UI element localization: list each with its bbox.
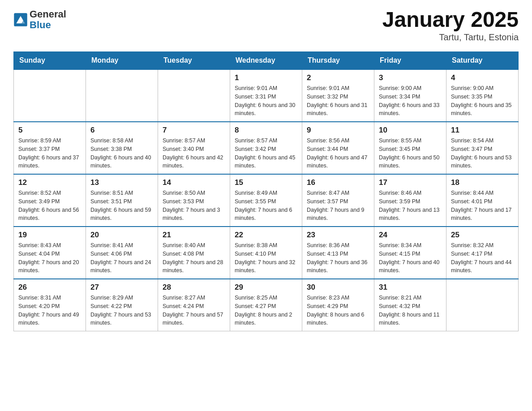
day-info: Sunrise: 8:34 AM Sunset: 4:15 PM Dayligh… xyxy=(379,241,442,275)
day-info: Sunrise: 8:27 AM Sunset: 4:24 PM Dayligh… xyxy=(163,294,225,327)
day-info: Sunrise: 8:51 AM Sunset: 3:51 PM Dayligh… xyxy=(90,189,153,223)
calendar-day-cell: 28Sunrise: 8:27 AM Sunset: 4:24 PM Dayli… xyxy=(158,279,230,331)
logo-general: General xyxy=(30,9,66,20)
day-number: 9 xyxy=(307,126,369,135)
calendar-day-cell: 29Sunrise: 8:25 AM Sunset: 4:27 PM Dayli… xyxy=(230,279,302,331)
day-number: 11 xyxy=(451,126,514,135)
day-number: 26 xyxy=(18,283,81,292)
day-of-week-header: Thursday xyxy=(302,52,374,70)
day-number: 20 xyxy=(90,231,153,240)
calendar-day-cell: 21Sunrise: 8:40 AM Sunset: 4:08 PM Dayli… xyxy=(158,227,230,279)
day-number: 19 xyxy=(18,231,81,240)
day-number: 17 xyxy=(379,178,442,187)
calendar-day-cell: 15Sunrise: 8:49 AM Sunset: 3:55 PM Dayli… xyxy=(230,174,302,227)
calendar-day-cell: 22Sunrise: 8:38 AM Sunset: 4:10 PM Dayli… xyxy=(230,227,302,279)
day-info: Sunrise: 8:23 AM Sunset: 4:29 PM Dayligh… xyxy=(307,294,369,327)
day-info: Sunrise: 9:01 AM Sunset: 3:32 PM Dayligh… xyxy=(307,84,369,118)
calendar-day-cell: 30Sunrise: 8:23 AM Sunset: 4:29 PM Dayli… xyxy=(302,279,374,331)
calendar-table: SundayMondayTuesdayWednesdayThursdayFrid… xyxy=(13,51,519,331)
day-number: 7 xyxy=(163,126,225,135)
day-info: Sunrise: 8:47 AM Sunset: 3:57 PM Dayligh… xyxy=(307,189,369,223)
day-number: 8 xyxy=(235,126,297,135)
calendar-day-cell xyxy=(446,279,519,331)
calendar-day-cell: 31Sunrise: 8:21 AM Sunset: 4:32 PM Dayli… xyxy=(374,279,446,331)
calendar-day-cell: 16Sunrise: 8:47 AM Sunset: 3:57 PM Dayli… xyxy=(302,174,374,227)
day-info: Sunrise: 8:49 AM Sunset: 3:55 PM Dayligh… xyxy=(235,189,297,223)
calendar-week-row: 26Sunrise: 8:31 AM Sunset: 4:20 PM Dayli… xyxy=(14,279,519,331)
calendar-day-cell: 4Sunrise: 9:00 AM Sunset: 3:35 PM Daylig… xyxy=(446,69,519,122)
calendar-day-cell xyxy=(158,69,230,122)
day-info: Sunrise: 8:52 AM Sunset: 3:49 PM Dayligh… xyxy=(18,189,81,223)
day-number: 6 xyxy=(90,126,153,135)
day-number: 14 xyxy=(163,178,225,187)
day-of-week-header: Tuesday xyxy=(158,52,230,70)
day-number: 24 xyxy=(379,231,442,240)
calendar-day-cell: 9Sunrise: 8:56 AM Sunset: 3:44 PM Daylig… xyxy=(302,122,374,174)
day-of-week-header: Saturday xyxy=(446,52,519,70)
logo-blue: Blue xyxy=(30,20,66,30)
day-number: 2 xyxy=(307,73,369,82)
day-info: Sunrise: 8:50 AM Sunset: 3:53 PM Dayligh… xyxy=(163,189,225,223)
day-number: 29 xyxy=(235,283,297,292)
day-number: 12 xyxy=(18,178,81,187)
calendar-day-cell: 27Sunrise: 8:29 AM Sunset: 4:22 PM Dayli… xyxy=(86,279,158,331)
calendar-day-cell xyxy=(86,69,158,122)
day-info: Sunrise: 8:25 AM Sunset: 4:27 PM Dayligh… xyxy=(235,294,297,327)
day-number: 3 xyxy=(379,73,442,82)
calendar-day-cell: 10Sunrise: 8:55 AM Sunset: 3:45 PM Dayli… xyxy=(374,122,446,174)
day-number: 10 xyxy=(379,126,442,135)
day-number: 21 xyxy=(163,231,225,240)
day-info: Sunrise: 8:46 AM Sunset: 3:59 PM Dayligh… xyxy=(379,189,442,223)
day-info: Sunrise: 8:36 AM Sunset: 4:13 PM Dayligh… xyxy=(307,241,369,275)
calendar-day-cell: 17Sunrise: 8:46 AM Sunset: 3:59 PM Dayli… xyxy=(374,174,446,227)
day-number: 15 xyxy=(235,178,297,187)
day-info: Sunrise: 8:59 AM Sunset: 3:37 PM Dayligh… xyxy=(18,137,81,170)
day-number: 31 xyxy=(379,283,442,292)
day-number: 22 xyxy=(235,231,297,240)
calendar-day-cell: 1Sunrise: 9:01 AM Sunset: 3:31 PM Daylig… xyxy=(230,69,302,122)
day-number: 13 xyxy=(90,178,153,187)
day-number: 1 xyxy=(235,73,297,82)
day-number: 25 xyxy=(451,231,514,240)
calendar-week-row: 1Sunrise: 9:01 AM Sunset: 3:31 PM Daylig… xyxy=(14,69,519,122)
calendar-day-cell: 2Sunrise: 9:01 AM Sunset: 3:32 PM Daylig… xyxy=(302,69,374,122)
day-info: Sunrise: 8:31 AM Sunset: 4:20 PM Dayligh… xyxy=(18,294,81,327)
day-number: 18 xyxy=(451,178,514,187)
calendar-day-cell: 6Sunrise: 8:58 AM Sunset: 3:38 PM Daylig… xyxy=(86,122,158,174)
calendar-day-cell xyxy=(14,69,86,122)
page-header: General Blue January 2025 Tartu, Tartu, … xyxy=(13,9,519,43)
day-info: Sunrise: 8:32 AM Sunset: 4:17 PM Dayligh… xyxy=(451,241,514,275)
day-info: Sunrise: 8:38 AM Sunset: 4:10 PM Dayligh… xyxy=(235,241,297,275)
day-info: Sunrise: 8:41 AM Sunset: 4:06 PM Dayligh… xyxy=(90,241,153,275)
calendar-day-cell: 20Sunrise: 8:41 AM Sunset: 4:06 PM Dayli… xyxy=(86,227,158,279)
logo: General Blue xyxy=(13,9,66,30)
calendar-header-row: SundayMondayTuesdayWednesdayThursdayFrid… xyxy=(14,52,519,70)
location: Tartu, Tartu, Estonia xyxy=(382,32,519,43)
calendar-week-row: 19Sunrise: 8:43 AM Sunset: 4:04 PM Dayli… xyxy=(14,227,519,279)
calendar-day-cell: 5Sunrise: 8:59 AM Sunset: 3:37 PM Daylig… xyxy=(14,122,86,174)
calendar-day-cell: 18Sunrise: 8:44 AM Sunset: 4:01 PM Dayli… xyxy=(446,174,519,227)
day-info: Sunrise: 8:55 AM Sunset: 3:45 PM Dayligh… xyxy=(379,137,442,170)
day-info: Sunrise: 8:44 AM Sunset: 4:01 PM Dayligh… xyxy=(451,189,514,223)
day-number: 4 xyxy=(451,73,514,82)
calendar-day-cell: 14Sunrise: 8:50 AM Sunset: 3:53 PM Dayli… xyxy=(158,174,230,227)
calendar-day-cell: 19Sunrise: 8:43 AM Sunset: 4:04 PM Dayli… xyxy=(14,227,86,279)
calendar-week-row: 5Sunrise: 8:59 AM Sunset: 3:37 PM Daylig… xyxy=(14,122,519,174)
calendar-day-cell: 8Sunrise: 8:57 AM Sunset: 3:42 PM Daylig… xyxy=(230,122,302,174)
day-info: Sunrise: 8:57 AM Sunset: 3:40 PM Dayligh… xyxy=(163,137,225,170)
day-info: Sunrise: 9:01 AM Sunset: 3:31 PM Dayligh… xyxy=(235,84,297,118)
day-of-week-header: Friday xyxy=(374,52,446,70)
calendar-day-cell: 3Sunrise: 9:00 AM Sunset: 3:34 PM Daylig… xyxy=(374,69,446,122)
day-info: Sunrise: 8:21 AM Sunset: 4:32 PM Dayligh… xyxy=(379,294,442,327)
day-info: Sunrise: 8:57 AM Sunset: 3:42 PM Dayligh… xyxy=(235,137,297,170)
calendar-day-cell: 11Sunrise: 8:54 AM Sunset: 3:47 PM Dayli… xyxy=(446,122,519,174)
day-of-week-header: Sunday xyxy=(14,52,86,70)
day-number: 27 xyxy=(90,283,153,292)
calendar-day-cell: 7Sunrise: 8:57 AM Sunset: 3:40 PM Daylig… xyxy=(158,122,230,174)
day-of-week-header: Wednesday xyxy=(230,52,302,70)
calendar-day-cell: 25Sunrise: 8:32 AM Sunset: 4:17 PM Dayli… xyxy=(446,227,519,279)
day-number: 30 xyxy=(307,283,369,292)
day-number: 5 xyxy=(18,126,81,135)
day-info: Sunrise: 8:58 AM Sunset: 3:38 PM Dayligh… xyxy=(90,137,153,170)
calendar-day-cell: 13Sunrise: 8:51 AM Sunset: 3:51 PM Dayli… xyxy=(86,174,158,227)
